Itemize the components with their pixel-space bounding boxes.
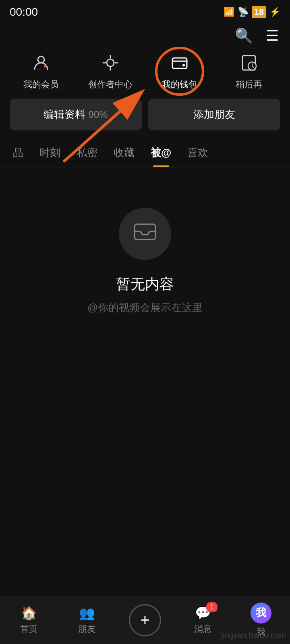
tab-mentioned[interactable]: 被@ [143,138,179,167]
status-time: 00:00 [10,6,38,19]
menu-row: 我的会员 创作者中心 我的钱 [0,49,290,91]
svg-point-7 [182,64,185,66]
friends-label: 朋友 [78,623,96,635]
profile-percent: 90% [89,109,108,120]
member-icon [32,54,50,75]
add-button[interactable]: + [129,604,161,636]
nav-friends[interactable]: 👥 朋友 [58,605,116,635]
search-icon[interactable]: 🔍 [235,27,253,44]
messages-label: 消息 [194,623,212,635]
watermark: jingyan.baidu.com [221,631,286,640]
status-icons: 📶 📡 18 ⚡ [224,6,280,18]
nav-add[interactable]: + [116,604,174,636]
signal-icon: 📡 [238,7,249,17]
later-label: 稍后再 [236,78,262,91]
message-badge-container: 💬 1 [195,605,211,621]
top-nav: 🔍 ☰ [0,24,290,49]
member-label: 我的会员 [23,78,59,91]
empty-icon-container [119,208,171,260]
menu-item-member[interactable]: 我的会员 [6,54,76,91]
charging-icon: ⚡ [269,7,280,17]
empty-subtitle: @你的视频会展示在这里 [87,301,203,315]
home-icon: 🏠 [21,605,37,621]
tab-liked[interactable]: 喜欢 [179,138,216,167]
friends-icon: 👥 [79,605,95,621]
tab-favorites[interactable]: 收藏 [106,138,143,167]
inbox-icon [132,219,158,250]
main-content: 暂无内容 @你的视频会展示在这里 [0,167,290,644]
wallet-label: 我的钱包 [162,78,197,91]
creator-label: 创作者中心 [88,78,133,91]
empty-title: 暂无内容 [116,275,174,294]
tab-moments[interactable]: 时刻 [31,138,68,167]
action-buttons: 编辑资料 90% 添加朋友 [0,91,290,138]
later-icon [240,54,258,75]
avatar: 我 [251,603,271,623]
home-label: 首页 [20,623,38,635]
creator-icon [102,54,119,75]
svg-point-0 [38,56,44,63]
nav-home[interactable]: 🏠 首页 [0,605,58,635]
tab-private[interactable]: 私密 [68,138,106,167]
edit-profile-button[interactable]: 编辑资料 90% [10,99,142,130]
status-bar: 00:00 📶 📡 18 ⚡ [0,0,290,24]
wallet-icon [171,54,188,75]
menu-item-later[interactable]: 稍后再 [214,54,284,91]
svg-rect-6 [172,58,187,68]
menu-icon[interactable]: ☰ [266,27,279,44]
wifi-icon: 📶 [224,7,234,17]
menu-item-wallet[interactable]: 我的钱包 [145,54,214,91]
menu-item-creator[interactable]: 创作者中心 [76,54,145,91]
tabs-row: 品 时刻 私密 收藏 被@ 喜欢 [0,138,290,167]
battery-icon: 18 [252,6,266,18]
add-friend-button[interactable]: 添加朋友 [148,99,280,130]
tab-works[interactable]: 品 [5,138,31,167]
svg-point-1 [107,59,114,66]
message-badge: 1 [206,602,218,612]
